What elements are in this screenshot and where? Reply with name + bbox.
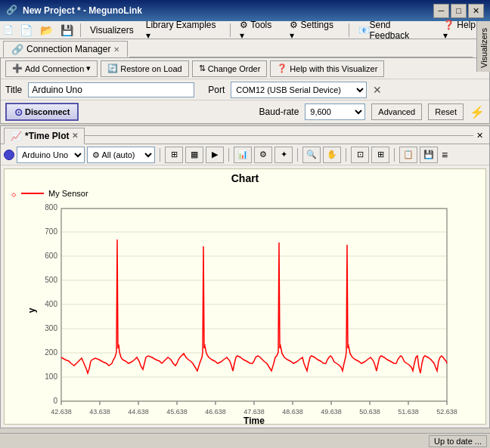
- menu-new[interactable]: 📄: [17, 23, 36, 38]
- advanced-button[interactable]: Advanced: [371, 104, 422, 120]
- connection-manager-tab-label: Connection Manager: [26, 44, 110, 54]
- disconnect-icon: ⊙: [14, 107, 23, 118]
- baud-dropdown[interactable]: 9,600: [305, 104, 365, 120]
- time-plot-panel: 📈 *Time Plot ✕ ✕ Arduino Uno ⚙ All (auto…: [0, 125, 490, 428]
- maximize-button[interactable]: □: [451, 4, 467, 18]
- svg-text:52.638: 52.638: [436, 408, 457, 416]
- svg-text:44.638: 44.638: [128, 408, 149, 416]
- status-text: Up to date ...: [429, 435, 487, 447]
- zoom-fit-button[interactable]: ⊞: [371, 147, 389, 163]
- viz-sep5: [394, 148, 395, 162]
- baud-row: ⊙ Disconnect Baud-rate 9,600 Advanced Re…: [1, 100, 489, 123]
- connection-select[interactable]: Arduino Uno: [17, 147, 85, 163]
- usb-icon: ⚡: [470, 105, 485, 119]
- disconnect-button[interactable]: ⊙ Disconnect: [5, 103, 79, 121]
- chart-legend: ⬦ My Sensor: [5, 186, 485, 201]
- viz-tab-bar: 📈 *Time Plot ✕ ✕: [1, 126, 489, 144]
- sidebar-visualizers-label[interactable]: Visualizers: [477, 24, 491, 72]
- svg-text:600: 600: [45, 252, 57, 260]
- connection-manager-tab[interactable]: 🔗 Connection Manager ✕: [3, 41, 128, 57]
- sep1: [80, 23, 81, 37]
- svg-text:500: 500: [45, 276, 57, 284]
- svg-text:45.638: 45.638: [166, 408, 188, 416]
- scroll-handle[interactable]: ≡: [442, 149, 448, 161]
- svg-text:Time: Time: [243, 416, 265, 424]
- chart-area: Chart ⬦ My Sensor 0 100 200 300 400 500 …: [4, 168, 486, 425]
- viz-panel-close[interactable]: ✕: [473, 129, 486, 142]
- time-plot-tab[interactable]: 📈 *Time Plot ✕: [4, 128, 85, 144]
- pan-button[interactable]: ✋: [323, 147, 341, 163]
- play-button[interactable]: ▶: [206, 147, 224, 163]
- svg-text:y: y: [27, 307, 37, 313]
- menu-tools[interactable]: ⚙ Tools ▾: [234, 23, 283, 38]
- chart-type-button[interactable]: 📊: [234, 147, 252, 163]
- svg-text:700: 700: [45, 227, 57, 236]
- add-dropdown-arrow[interactable]: ▾: [86, 63, 91, 73]
- port-label: Port: [208, 85, 225, 95]
- change-order-button[interactable]: ⇅ Change Order: [192, 60, 268, 77]
- title-port-row: Title Port COM12 (USB Serial Device) ✕: [1, 79, 489, 100]
- add-connection-button[interactable]: ➕ Add Connection ▾: [5, 60, 98, 77]
- title-label: Title: [5, 85, 22, 95]
- restore-on-load-button[interactable]: 🔄 Restore on Load: [101, 60, 188, 77]
- menu-open[interactable]: 📂: [37, 23, 56, 38]
- svg-text:50.638: 50.638: [359, 408, 380, 416]
- svg-text:200: 200: [45, 348, 57, 357]
- grid-button[interactable]: ⊞: [165, 147, 183, 163]
- save-button[interactable]: 💾: [420, 147, 438, 163]
- viz-sep3: [297, 148, 298, 162]
- minimize-button[interactable]: ─: [433, 4, 449, 18]
- menu-bar: 📄 📄 📂 💾 Visualizers Library Examples ▾ ⚙…: [0, 21, 490, 39]
- reset-button[interactable]: Reset: [428, 104, 464, 120]
- zoom-in-button[interactable]: 🔍: [302, 147, 321, 163]
- window-title: New Project * - MegunoLink: [23, 5, 433, 16]
- port-dropdown[interactable]: COM12 (USB Serial Device): [231, 82, 367, 98]
- restore-icon: 🔄: [107, 63, 118, 73]
- menu-visualizers[interactable]: Visualizers: [85, 23, 139, 38]
- menu-settings[interactable]: ⚙ Settings ▾: [284, 23, 344, 38]
- settings-button[interactable]: ⚙: [254, 147, 272, 163]
- sidebar: Visualizers: [476, 21, 490, 72]
- legend-label: My Sensor: [48, 189, 88, 198]
- fit-button[interactable]: ⊡: [351, 147, 369, 163]
- svg-text:100: 100: [45, 372, 57, 381]
- help-visualizer-button[interactable]: ❓ Help with this Visualizer: [270, 60, 384, 77]
- baud-label: Baud-rate: [259, 107, 299, 117]
- svg-text:46.638: 46.638: [205, 408, 226, 416]
- tab-close-button[interactable]: ✕: [113, 45, 119, 54]
- viz-sep4: [346, 148, 346, 162]
- sep2: [230, 23, 231, 37]
- viz-sep2: [228, 148, 229, 162]
- svg-text:49.638: 49.638: [321, 408, 342, 416]
- status-bar: Up to date ...: [0, 433, 490, 448]
- viz-sep1: [160, 148, 160, 162]
- series-select[interactable]: ⚙ All (auto): [87, 147, 155, 163]
- legend-line: [21, 193, 44, 194]
- svg-text:800: 800: [45, 203, 57, 212]
- svg-text:400: 400: [45, 300, 57, 308]
- chart-svg: 0 100 200 300 400 500 600 700 800 y 42.: [27, 201, 466, 424]
- title-input[interactable]: [28, 82, 194, 97]
- svg-text:43.638: 43.638: [89, 408, 110, 416]
- time-plot-close[interactable]: ✕: [72, 131, 78, 140]
- menu-save[interactable]: 💾: [57, 23, 76, 38]
- menu-library[interactable]: Library Examples ▾: [141, 23, 226, 38]
- close-button[interactable]: ✕: [468, 4, 484, 18]
- svg-rect-1: [61, 209, 447, 401]
- window-controls: ─ □ ✕: [433, 4, 484, 18]
- filter-button[interactable]: ✦: [274, 147, 293, 163]
- svg-text:300: 300: [45, 324, 57, 332]
- port-x-button[interactable]: ✕: [373, 84, 382, 96]
- help-icon: ❓: [277, 63, 287, 73]
- sep3: [349, 23, 349, 37]
- title-bar: 🔗 New Project * - MegunoLink ─ □ ✕: [0, 0, 490, 21]
- svg-text:0: 0: [53, 397, 57, 405]
- conn-toolbar: ➕ Add Connection ▾ 🔄 Restore on Load ⇅ C…: [1, 58, 489, 79]
- bar-button[interactable]: ▦: [185, 147, 203, 163]
- copy-button[interactable]: 📋: [399, 147, 417, 163]
- svg-text:51.638: 51.638: [398, 408, 419, 416]
- add-icon: ➕: [12, 63, 23, 73]
- connection-indicator: [4, 150, 14, 160]
- menu-feedback[interactable]: 📧 Send Feedback: [353, 23, 436, 38]
- viz-toolbar: Arduino Uno ⚙ All (auto) ⊞ ▦ ▶ 📊 ⚙ ✦ 🔍 ✋…: [1, 144, 489, 165]
